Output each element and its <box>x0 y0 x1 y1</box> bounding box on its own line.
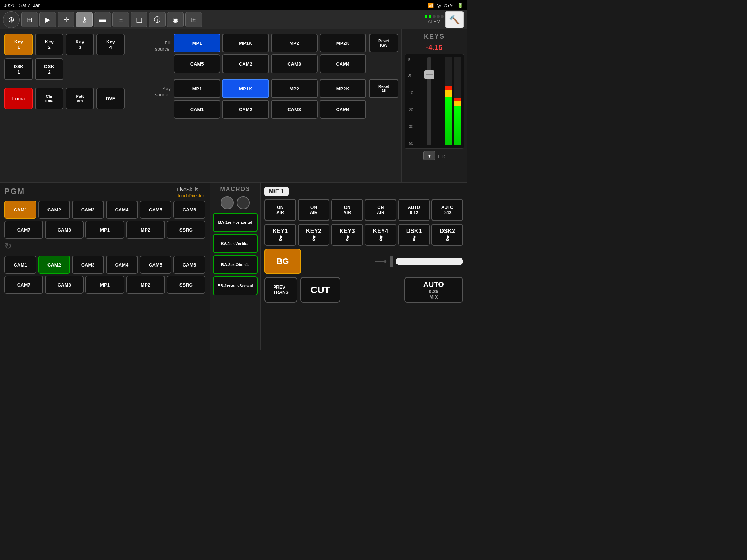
atem-label: ATEM <box>425 15 444 24</box>
dsk1-button[interactable]: DSK1 <box>4 58 33 80</box>
key-mp2-button[interactable]: MP2 <box>271 79 318 98</box>
on-air-3-button[interactable]: ONAIR <box>331 199 363 221</box>
vu-arrow-button[interactable]: ▼ <box>423 151 435 160</box>
hammer-button[interactable]: 🔨 <box>445 11 464 28</box>
grid-button[interactable]: ⊟ <box>112 12 129 27</box>
move-button[interactable]: ✛ <box>58 12 74 27</box>
pgm-cam5-button[interactable]: CAM5 <box>140 201 172 219</box>
lower-area: PGM LiveSkills ···· TouchDirector CAM1 C… <box>0 182 467 350</box>
auto-mix-button[interactable]: AUTO 0:25 MIX <box>404 277 464 303</box>
dsk1-me-button[interactable]: DSK1⚷ <box>398 224 430 246</box>
key4-button[interactable]: Key4 <box>96 34 125 55</box>
pvw-cam7-button[interactable]: CAM7 <box>4 276 43 294</box>
pgm-cam7-button[interactable]: CAM7 <box>4 221 43 239</box>
vu-bar-right-yellow <box>454 101 461 106</box>
pgm-cam4-button[interactable]: CAM4 <box>106 201 138 219</box>
on-air-1-button[interactable]: ONAIR <box>264 199 296 221</box>
pvw-cam4-button[interactable]: CAM4 <box>106 256 138 274</box>
auto-012-1-button[interactable]: AUTO0:12 <box>398 199 430 221</box>
fill-mp2-button[interactable]: MP2 <box>271 34 318 52</box>
key-mp2k-button[interactable]: MP2K <box>320 79 366 98</box>
macro-controls <box>213 196 258 209</box>
vu-bar-right-green <box>454 106 461 145</box>
luma-button[interactable]: Luma <box>4 88 33 109</box>
pgm-cam6-button[interactable]: CAM6 <box>173 201 205 219</box>
key-mp1-button[interactable]: MP1 <box>174 79 220 98</box>
key-source-label: Keysource: <box>145 79 171 98</box>
pgm-divider <box>15 246 202 246</box>
key3-me-button[interactable]: KEY3⚷ <box>331 224 363 246</box>
transition-slider[interactable] <box>396 258 463 265</box>
pattern-button[interactable]: Pattern <box>66 88 94 109</box>
knob-button[interactable]: ⊛ <box>3 11 20 28</box>
key3-button[interactable]: Key3 <box>66 34 94 55</box>
fill-mp2k-button[interactable]: MP2K <box>320 34 366 52</box>
macro-item-3[interactable]: BA-2er-Oben1- <box>213 255 258 274</box>
key-cam2-button[interactable]: CAM2 <box>222 100 269 119</box>
vu-value: -4.15 <box>426 43 443 52</box>
monitor-button[interactable]: ▬ <box>94 12 111 27</box>
status-day: Sat 7. Jan <box>19 3 41 8</box>
fill-cam2-button[interactable]: CAM2 <box>222 54 269 73</box>
key2-me-button[interactable]: KEY2⚷ <box>298 224 330 246</box>
atem-dot-3 <box>433 15 436 18</box>
pgm-mp2-button[interactable]: MP2 <box>126 221 165 239</box>
pvw-cam8-button[interactable]: CAM8 <box>45 276 84 294</box>
on-air-row: ONAIR ONAIR ONAIR ONAIR AUTO0:12 AUTO0:1… <box>264 199 463 221</box>
key1-button[interactable]: Key1 <box>4 34 33 55</box>
macro-item-1[interactable]: BA-1er Horizontal <box>213 213 258 232</box>
pgm-cam3-button[interactable]: CAM3 <box>72 201 104 219</box>
pgm-cam8-button[interactable]: CAM8 <box>45 221 84 239</box>
info-button[interactable]: ⓘ <box>149 12 166 27</box>
chroma-button[interactable]: Chroma <box>35 88 63 109</box>
pvw-mp1-button[interactable]: MP1 <box>85 276 124 294</box>
fill-mp1k-button[interactable]: MP1K <box>222 34 269 52</box>
fill-cam5-button[interactable]: CAM5 <box>174 54 220 73</box>
fill-mp1-button[interactable]: MP1 <box>174 34 220 52</box>
pvw-ssrc-button[interactable]: SSRC <box>167 276 205 294</box>
macro-stop-button[interactable] <box>237 196 250 209</box>
pip-button[interactable]: ◫ <box>131 12 147 27</box>
pvw-cam6-button[interactable]: CAM6 <box>173 256 205 274</box>
pgm-cam2-button[interactable]: CAM2 <box>38 201 70 219</box>
key-cam4-button[interactable]: CAM4 <box>320 100 366 119</box>
on-air-4-button[interactable]: ONAIR <box>365 199 396 221</box>
pvw-cam5-button[interactable]: CAM5 <box>140 256 172 274</box>
play-button[interactable]: ▶ <box>39 12 56 27</box>
cut-button[interactable]: CUT <box>300 277 340 303</box>
bg-button[interactable]: BG <box>264 249 301 274</box>
key2-button[interactable]: Key2 <box>35 34 63 55</box>
macro-item-4[interactable]: BB-1er-ver-Seewal <box>213 276 258 295</box>
on-air-2-button[interactable]: ONAIR <box>298 199 330 221</box>
prev-trans-button[interactable]: PREVTRANS <box>264 277 297 303</box>
macro-item-2[interactable]: BA-1er-Vertikal <box>213 234 258 253</box>
dve-button[interactable]: DVE <box>96 88 125 109</box>
sliders-button[interactable]: ⊞ <box>21 12 38 27</box>
dots-button[interactable]: ⊞ <box>185 12 202 27</box>
key-cam1-button[interactable]: CAM1 <box>174 100 220 119</box>
fill-cam3-button[interactable]: CAM3 <box>271 54 318 73</box>
macro-record-button[interactable] <box>221 196 234 209</box>
key1-me-button[interactable]: KEY1⚷ <box>264 224 296 246</box>
key-button[interactable]: ⚷ <box>76 12 93 27</box>
key-cam3-button[interactable]: CAM3 <box>271 100 318 119</box>
pvw-mp2-button[interactable]: MP2 <box>126 276 165 294</box>
reset-key-button[interactable]: ResetKey <box>369 34 398 52</box>
fader-handle[interactable] <box>424 70 434 79</box>
pgm-cam1-button[interactable]: CAM1 <box>4 201 36 219</box>
atem-dot-2 <box>429 15 431 18</box>
pvw-cam3-button[interactable]: CAM3 <box>72 256 104 274</box>
fill-cam4-button[interactable]: CAM4 <box>320 54 366 73</box>
key-mp1k-button[interactable]: MP1K <box>222 79 269 98</box>
audio-button[interactable]: ◉ <box>167 12 184 27</box>
pvw-cam2-button[interactable]: CAM2 <box>38 256 70 274</box>
vu-meter-panel: KEYS -4.15 0 -5 -10 -20 -30 -50 <box>401 29 467 182</box>
dsk2-me-button[interactable]: DSK2⚷ <box>431 224 463 246</box>
pvw-cam1-button[interactable]: CAM1 <box>4 256 36 274</box>
reset-all-button[interactable]: ResetAll <box>369 79 398 98</box>
dsk2-button[interactable]: DSK2 <box>35 58 63 80</box>
key4-me-button[interactable]: KEY4⚷ <box>365 224 396 246</box>
pgm-ssrc-button[interactable]: SSRC <box>167 221 205 239</box>
pgm-mp1-button[interactable]: MP1 <box>85 221 124 239</box>
auto-012-2-button[interactable]: AUTO0:12 <box>431 199 463 221</box>
